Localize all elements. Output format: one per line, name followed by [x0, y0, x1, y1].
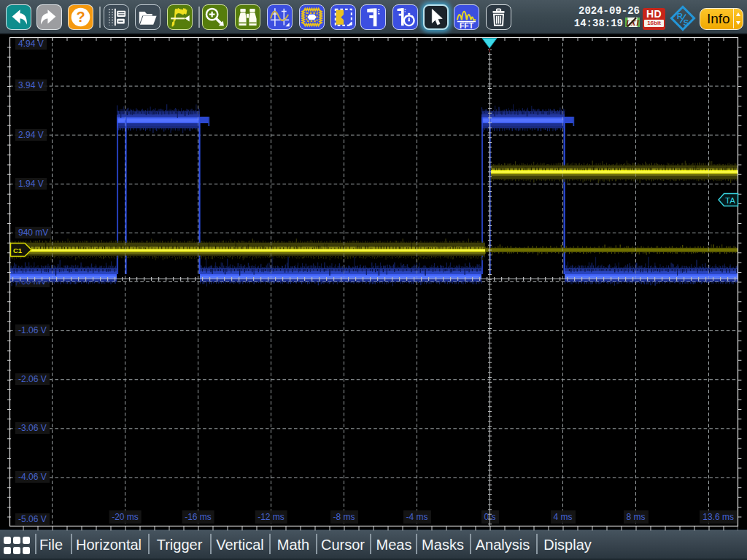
svg-text:C1: C1 — [13, 246, 23, 254]
svg-text:TA: TA — [725, 196, 735, 205]
svg-text:?: ? — [76, 9, 85, 25]
svg-text:FFT: FFT — [460, 22, 474, 29]
svg-text:S: S — [683, 18, 689, 27]
